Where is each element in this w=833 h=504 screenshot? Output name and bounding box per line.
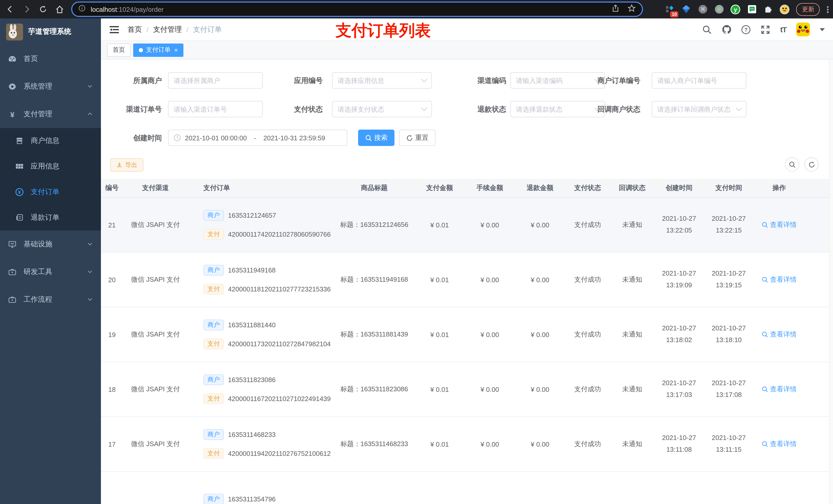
browser-update-button[interactable]: 更新 [796,3,820,16]
briefcase-icon [8,268,16,276]
site-info-icon[interactable] [78,5,86,14]
notify-status-select[interactable] [652,101,746,117]
bookmark-star-icon[interactable] [627,4,636,14]
merchant-select-input[interactable] [174,77,257,84]
app-select[interactable] [332,72,432,89]
cell-pay-order: 商户1635312124657 支付4200001174202110278060… [188,210,334,240]
pay-tag: 支付 [204,229,224,240]
view-detail-link[interactable]: 查看详情 [762,439,796,449]
sidebar-item-workflow[interactable]: 工作流程 [0,286,101,313]
tab-pay-order[interactable]: 支付订单 × [133,43,184,56]
pay-tag: 支付 [204,339,224,349]
extension-grey-dot-icon[interactable] [714,4,724,14]
date-start[interactable]: 2021-10-01 00:00:00 [185,134,247,142]
sidebar-item-infrastructure[interactable]: 基础设施 [0,231,101,258]
channel-order-no-input-box[interactable] [168,101,263,117]
sidebar-item-dev-tools[interactable]: 研发工具 [0,258,101,286]
extension-badge: 10 [670,11,679,17]
share-icon[interactable] [612,4,619,14]
browser-back-icon[interactable] [5,4,15,14]
breadcrumb-home[interactable]: 首页 [127,25,142,34]
breadcrumb-payment[interactable]: 支付管理 [153,25,182,34]
refresh-table-icon[interactable] [804,157,819,172]
merchant-tag: 商户 [204,429,224,440]
extension-emoji-icon[interactable] [780,4,790,14]
extension-y-icon[interactable]: y [731,4,740,14]
channel-order-no-input[interactable] [174,105,257,113]
url-text: localhost:1024/pay/order [91,5,164,13]
cell-channel: 微信 JSAPI 支付 [123,330,188,339]
tab-home[interactable]: 首页 [107,43,130,56]
cell-actions: 查看详情 [754,220,805,230]
avatar-caret-icon[interactable] [820,28,825,31]
extension-kite-icon[interactable] [682,4,691,14]
page-scrollbar[interactable] [829,59,833,504]
filter-row-1: 所属商户 应用编号 渠道编码 商户订单编号 [101,72,833,89]
pay-status-select[interactable] [332,101,432,117]
merchant-order-no-input-box[interactable] [652,72,746,89]
extension-diamond-icon[interactable]: 10 [665,4,675,14]
view-detail-link[interactable]: 查看详情 [762,385,796,394]
yen-icon: ¥ [8,110,16,118]
sidebar-collapse-icon[interactable] [109,24,119,34]
cell-paid: 2021-10-27 13:22:15 [704,213,754,237]
reset-button[interactable]: 重置 [399,129,435,146]
sidebar-item-home[interactable]: 首页 [0,45,101,73]
merchant-order-no: 1635311823086 [228,376,276,384]
view-detail-link[interactable]: 查看详情 [762,220,796,230]
col-created: 创建时间 [654,182,704,194]
page-content: 所属商户 应用编号 渠道编码 商户订单编号 [101,59,833,504]
filter-label-create-time: 创建时间 [101,129,162,146]
col-paid: 支付时间 [704,182,754,194]
show-search-toggle-icon[interactable] [785,157,799,172]
browser-menu-icon[interactable]: ••• [827,5,829,13]
fullscreen-icon[interactable] [761,25,770,34]
extension-command-icon[interactable]: ⌘ [698,4,708,14]
view-detail-link[interactable]: 查看详情 [762,330,796,339]
svg-text:¥: ¥ [18,190,21,195]
cell-notify: 未通知 [610,439,654,449]
date-range-picker[interactable]: 2021-10-01 00:00:00 - 2021-10-31 23:59:5… [168,129,347,146]
sidebar-item-refund-order[interactable]: 退款订单 [0,205,101,231]
sidebar-item-system[interactable]: 系统管理 [0,73,101,100]
extension-chat-icon[interactable] [747,4,757,14]
app-logo[interactable]: 芋道管理系统 [0,19,101,45]
channel-pay-no: 4200001174202110278060590766 [228,231,331,238]
extension-puzzle-icon[interactable] [764,4,773,14]
help-icon[interactable]: ? [741,25,751,34]
font-size-icon[interactable]: tT [780,25,786,34]
yen-circle-icon: ¥ [15,188,24,196]
cell-actions: 查看详情 [754,439,805,449]
sidebar-item-app-info[interactable]: 应用信息 [0,154,101,179]
cell-id: 20 [101,276,123,284]
merchant-select[interactable] [168,72,263,89]
github-icon[interactable] [722,25,732,34]
sidebar-item-pay-order[interactable]: ¥ 支付订单 [0,179,101,205]
merchant-tag: 商户 [204,265,224,275]
tab-close-icon[interactable]: × [174,46,178,53]
search-icon[interactable] [703,25,712,34]
address-bar[interactable]: localhost:1024/pay/order [71,2,643,17]
col-channel: 支付渠道 [123,183,188,193]
browser-home-icon[interactable] [54,4,65,14]
browser-reload-icon[interactable] [38,4,48,14]
notify-status-input[interactable] [657,105,737,113]
date-end[interactable]: 2021-10-31 23:59:59 [263,134,325,142]
pay-status-input[interactable] [338,105,422,113]
grid-table-icon [15,162,24,171]
merchant-order-no-input[interactable] [657,77,741,84]
app-select-input[interactable] [338,77,422,84]
sidebar-item-merchant-info[interactable]: 商户信息 [0,128,101,154]
cell-title: 标题：1635311881439 [334,330,414,339]
sidebar-item-payment[interactable]: ¥ 支付管理 [0,100,101,128]
merchant-order-no: 1635311468233 [228,431,276,438]
sidebar-item-label: 研发工具 [24,267,52,277]
cell-title: 标题：1635311823086 [334,385,414,394]
user-avatar[interactable] [796,23,810,37]
search-button[interactable]: 搜索 [358,129,395,146]
cell-title: 标题：1635311468233 [334,439,414,449]
sidebar-item-label: 工作流程 [24,295,52,304]
view-detail-link[interactable]: 查看详情 [762,275,796,284]
export-button[interactable]: 导出 [110,158,143,172]
browser-forward-icon[interactable] [22,4,32,14]
